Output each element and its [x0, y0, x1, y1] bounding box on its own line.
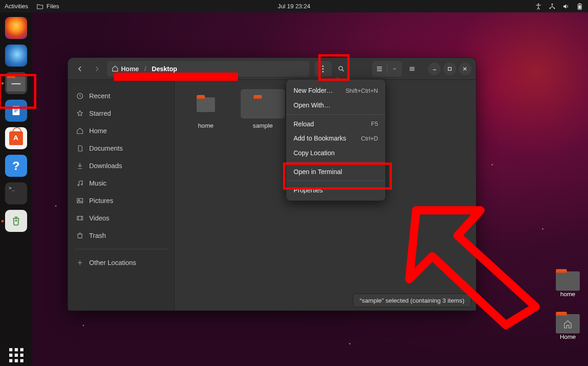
dock-firefox[interactable] [5, 17, 27, 39]
video-icon [76, 214, 84, 222]
breadcrumb-home[interactable]: Home [112, 65, 139, 73]
sidebar-item-recent[interactable]: Recent [73, 87, 170, 105]
sidebar-item-other-locations[interactable]: Other Locations [73, 254, 170, 271]
minimize-button[interactable] [428, 62, 441, 75]
accessibility-icon[interactable] [535, 3, 542, 10]
close-button[interactable] [459, 62, 471, 75]
view-switcher[interactable] [372, 61, 402, 77]
dock: ? >_ [0, 12, 32, 366]
dock-trash[interactable] [5, 210, 27, 232]
home-icon [76, 127, 84, 135]
network-icon[interactable] [548, 3, 556, 10]
desktop-folder-home[interactable]: Home [556, 312, 580, 340]
svg-point-11 [339, 66, 343, 70]
dock-software[interactable] [5, 127, 27, 149]
menu-new-folder[interactable]: New Folder… Shift+Ctrl+N [286, 83, 385, 98]
desktop-icon-label: home [560, 291, 576, 298]
sidebar-item-music[interactable]: Music [73, 175, 170, 192]
menu-open-terminal[interactable]: Open in Terminal [286, 162, 385, 179]
clock-icon [76, 92, 84, 100]
sidebar-item-starred[interactable]: Starred [73, 105, 170, 122]
plus-icon [76, 259, 84, 266]
hamburger-menu-button[interactable] [405, 62, 419, 76]
svg-rect-12 [448, 67, 452, 70]
breadcrumb-current[interactable]: Desktop [152, 65, 177, 73]
menu-reload[interactable]: Reload F5 [286, 114, 385, 131]
svg-rect-18 [77, 216, 83, 220]
top-bar: Activities Files Jul 19 23:24 [0, 0, 588, 12]
svg-rect-7 [12, 106, 19, 115]
menu-properties[interactable]: Properties [286, 180, 385, 197]
sidebar-item-documents[interactable]: Documents [73, 140, 170, 157]
battery-icon[interactable] [576, 3, 583, 10]
menu-add-bookmark[interactable]: Add to Bookmarks Ctrl+D [286, 131, 385, 146]
sidebar-item-trash[interactable]: Trash [73, 227, 170, 244]
dock-writer[interactable] [5, 100, 27, 122]
svg-point-15 [81, 184, 83, 185]
svg-point-8 [322, 65, 323, 67]
sidebar-item-downloads[interactable]: Downloads [73, 157, 170, 175]
dock-help[interactable]: ? [5, 155, 27, 177]
files-window: Home / Desktop Recent Starred Home Docum… [68, 57, 476, 311]
desktop-icon-label: Home [560, 333, 576, 340]
clock[interactable]: Jul 19 23:24 [278, 3, 311, 10]
maximize-button[interactable] [443, 62, 456, 75]
dock-terminal[interactable]: >_ [5, 182, 27, 204]
folder-icon [36, 3, 44, 10]
svg-point-0 [538, 3, 539, 5]
svg-point-1 [552, 3, 553, 5]
menu-copy-location[interactable]: Copy Location [286, 146, 385, 160]
dock-files[interactable] [5, 72, 27, 94]
dock-show-applications[interactable] [5, 344, 27, 366]
app-menu[interactable]: Files [36, 3, 59, 10]
sidebar: Recent Starred Home Documents Downloads … [68, 80, 175, 310]
kebab-icon [322, 65, 324, 73]
menu-open-with[interactable]: Open With… [286, 98, 385, 113]
titlebar: Home / Desktop [68, 58, 476, 80]
document-icon [76, 145, 84, 152]
trash-icon [76, 232, 84, 239]
svg-rect-6 [578, 5, 581, 9]
picture-icon [76, 197, 84, 204]
folder-sample[interactable]: sample [241, 89, 285, 129]
sidebar-item-videos[interactable]: Videos [73, 209, 170, 227]
volume-icon[interactable] [562, 3, 570, 10]
sidebar-item-home[interactable]: Home [73, 122, 170, 140]
file-label: home [198, 122, 214, 129]
folder-home[interactable]: home [184, 89, 228, 129]
sidebar-item-pictures[interactable]: Pictures [73, 192, 170, 209]
status-bar: “sample” selected (containing 3 items) [353, 293, 471, 307]
svg-rect-5 [579, 3, 581, 4]
svg-point-9 [322, 68, 323, 69]
music-icon [76, 180, 84, 187]
search-button[interactable] [334, 62, 349, 76]
more-options-menu: New Folder… Shift+Ctrl+N Open With… Relo… [286, 79, 386, 201]
more-options-button[interactable] [315, 61, 332, 77]
back-button[interactable] [73, 62, 87, 76]
file-label: sample [253, 122, 273, 129]
dock-thunderbird[interactable] [5, 45, 27, 67]
activities-button[interactable]: Activities [5, 3, 28, 10]
svg-point-10 [322, 71, 323, 72]
star-icon [76, 110, 84, 117]
svg-point-14 [78, 185, 79, 186]
download-icon [76, 162, 84, 169]
view-options-button[interactable] [387, 61, 402, 77]
home-icon [112, 65, 119, 72]
list-view-button[interactable] [372, 61, 387, 77]
desktop-folder-home-link[interactable]: home [556, 270, 580, 298]
forward-button[interactable] [90, 62, 104, 76]
path-bar[interactable]: Home / Desktop [107, 61, 309, 77]
